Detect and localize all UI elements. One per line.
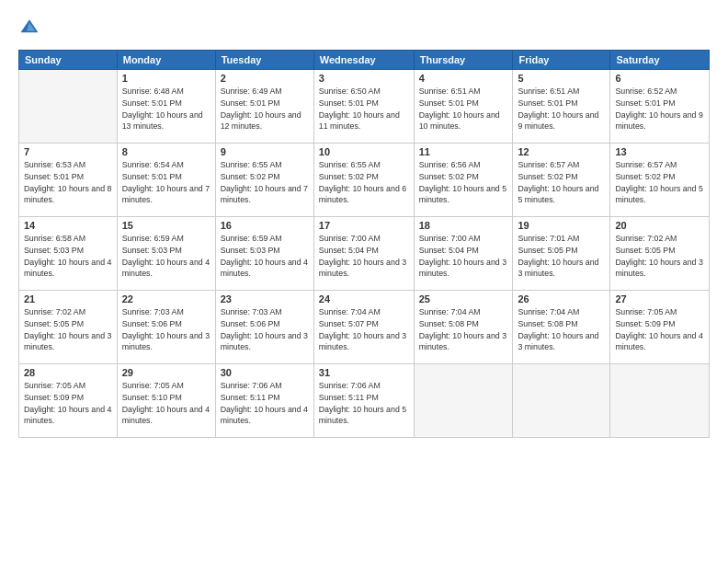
day-number: 15: [122, 220, 210, 231]
calendar-cell: 20 Sunrise: 7:02 AMSunset: 5:05 PMDaylig…: [610, 217, 710, 291]
day-info: Sunrise: 6:48 AMSunset: 5:01 PMDaylight:…: [122, 86, 210, 132]
day-number: 14: [24, 220, 112, 231]
day-info: Sunrise: 6:50 AMSunset: 5:01 PMDaylight:…: [319, 86, 409, 132]
calendar-cell: [414, 364, 513, 438]
day-info: Sunrise: 7:02 AMSunset: 5:05 PMDaylight:…: [24, 306, 112, 353]
calendar-cell: 27 Sunrise: 7:05 AMSunset: 5:09 PMDaylig…: [610, 291, 710, 364]
day-number: 22: [122, 293, 210, 304]
day-number: 4: [419, 73, 508, 84]
week-row-0: 1 Sunrise: 6:48 AMSunset: 5:01 PMDayligh…: [19, 70, 710, 144]
day-info: Sunrise: 7:03 AMSunset: 5:06 PMDaylight:…: [122, 306, 210, 353]
calendar-cell: 4 Sunrise: 6:51 AMSunset: 5:01 PMDayligh…: [414, 70, 513, 144]
day-info: Sunrise: 7:03 AMSunset: 5:06 PMDaylight:…: [221, 306, 309, 353]
day-number: 13: [615, 146, 704, 157]
day-number: 17: [319, 220, 409, 231]
day-info: Sunrise: 7:06 AMSunset: 5:11 PMDaylight:…: [221, 380, 309, 427]
week-row-4: 28 Sunrise: 7:05 AMSunset: 5:09 PMDaylig…: [19, 364, 710, 438]
day-info: Sunrise: 7:05 AMSunset: 5:10 PMDaylight:…: [122, 380, 210, 427]
calendar-cell: [19, 70, 118, 144]
col-header-thursday: Thursday: [414, 51, 513, 70]
day-info: Sunrise: 7:00 AMSunset: 5:04 PMDaylight:…: [319, 233, 409, 280]
day-number: 27: [615, 293, 704, 304]
day-number: 30: [221, 367, 309, 378]
day-info: Sunrise: 6:55 AMSunset: 5:02 PMDaylight:…: [221, 159, 309, 206]
calendar-cell: 31 Sunrise: 7:06 AMSunset: 5:11 PMDaylig…: [313, 364, 414, 438]
day-info: Sunrise: 6:57 AMSunset: 5:02 PMDaylight:…: [615, 159, 704, 206]
calendar-table: SundayMondayTuesdayWednesdayThursdayFrid…: [18, 50, 710, 438]
day-info: Sunrise: 6:53 AMSunset: 5:01 PMDaylight:…: [24, 159, 112, 206]
day-number: 5: [518, 73, 605, 84]
day-info: Sunrise: 6:54 AMSunset: 5:01 PMDaylight:…: [122, 159, 210, 206]
col-header-sunday: Sunday: [19, 51, 118, 70]
day-info: Sunrise: 6:51 AMSunset: 5:01 PMDaylight:…: [518, 86, 605, 132]
day-info: Sunrise: 7:02 AMSunset: 5:05 PMDaylight:…: [615, 233, 704, 280]
calendar-cell: 9 Sunrise: 6:55 AMSunset: 5:02 PMDayligh…: [215, 144, 313, 217]
day-info: Sunrise: 6:56 AMSunset: 5:02 PMDaylight:…: [419, 159, 508, 206]
calendar-cell: 25 Sunrise: 7:04 AMSunset: 5:08 PMDaylig…: [414, 291, 513, 364]
day-info: Sunrise: 7:04 AMSunset: 5:08 PMDaylight:…: [419, 306, 508, 353]
calendar-cell: 23 Sunrise: 7:03 AMSunset: 5:06 PMDaylig…: [215, 291, 313, 364]
day-number: 6: [615, 73, 704, 84]
week-row-3: 21 Sunrise: 7:02 AMSunset: 5:05 PMDaylig…: [19, 291, 710, 364]
day-number: 28: [24, 367, 112, 378]
calendar-cell: 15 Sunrise: 6:59 AMSunset: 5:03 PMDaylig…: [117, 217, 215, 291]
day-info: Sunrise: 6:58 AMSunset: 5:03 PMDaylight:…: [24, 233, 112, 280]
col-header-monday: Monday: [117, 51, 215, 70]
day-number: 31: [319, 367, 409, 378]
col-header-wednesday: Wednesday: [313, 51, 414, 70]
calendar-cell: 1 Sunrise: 6:48 AMSunset: 5:01 PMDayligh…: [117, 70, 215, 144]
day-info: Sunrise: 7:05 AMSunset: 5:09 PMDaylight:…: [24, 380, 112, 427]
week-row-1: 7 Sunrise: 6:53 AMSunset: 5:01 PMDayligh…: [19, 144, 710, 217]
calendar-cell: 8 Sunrise: 6:54 AMSunset: 5:01 PMDayligh…: [117, 144, 215, 217]
day-info: Sunrise: 6:59 AMSunset: 5:03 PMDaylight:…: [221, 233, 309, 280]
calendar-cell: 26 Sunrise: 7:04 AMSunset: 5:08 PMDaylig…: [513, 291, 610, 364]
calendar-cell: 7 Sunrise: 6:53 AMSunset: 5:01 PMDayligh…: [19, 144, 118, 217]
page: SundayMondayTuesdayWednesdayThursdayFrid…: [0, 0, 728, 563]
calendar-cell: 17 Sunrise: 7:00 AMSunset: 5:04 PMDaylig…: [313, 217, 414, 291]
day-info: Sunrise: 7:00 AMSunset: 5:04 PMDaylight:…: [419, 233, 508, 280]
day-number: 1: [122, 73, 210, 84]
day-info: Sunrise: 6:49 AMSunset: 5:01 PMDaylight:…: [221, 86, 309, 132]
day-number: 18: [419, 220, 508, 231]
header: [18, 17, 710, 40]
logo-icon: [19, 17, 40, 37]
calendar-cell: 10 Sunrise: 6:55 AMSunset: 5:02 PMDaylig…: [313, 144, 414, 217]
col-header-tuesday: Tuesday: [215, 51, 313, 70]
calendar-cell: 30 Sunrise: 7:06 AMSunset: 5:11 PMDaylig…: [215, 364, 313, 438]
day-number: 9: [221, 146, 309, 157]
calendar-header-row: SundayMondayTuesdayWednesdayThursdayFrid…: [19, 51, 710, 70]
day-info: Sunrise: 7:01 AMSunset: 5:05 PMDaylight:…: [518, 233, 605, 280]
day-number: 23: [221, 293, 309, 304]
day-number: 3: [319, 73, 409, 84]
day-info: Sunrise: 6:59 AMSunset: 5:03 PMDaylight:…: [122, 233, 210, 280]
day-info: Sunrise: 6:57 AMSunset: 5:02 PMDaylight:…: [518, 159, 605, 206]
day-number: 10: [319, 146, 409, 157]
calendar-cell: 14 Sunrise: 6:58 AMSunset: 5:03 PMDaylig…: [19, 217, 118, 291]
day-info: Sunrise: 7:04 AMSunset: 5:08 PMDaylight:…: [518, 306, 605, 353]
day-number: 29: [122, 367, 210, 378]
calendar-cell: 28 Sunrise: 7:05 AMSunset: 5:09 PMDaylig…: [19, 364, 118, 438]
calendar-cell: 22 Sunrise: 7:03 AMSunset: 5:06 PMDaylig…: [117, 291, 215, 364]
day-number: 24: [319, 293, 409, 304]
calendar-cell: 19 Sunrise: 7:01 AMSunset: 5:05 PMDaylig…: [513, 217, 610, 291]
day-number: 19: [518, 220, 605, 231]
day-number: 8: [122, 146, 210, 157]
day-number: 2: [221, 73, 309, 84]
calendar-cell: 6 Sunrise: 6:52 AMSunset: 5:01 PMDayligh…: [610, 70, 710, 144]
calendar-cell: 2 Sunrise: 6:49 AMSunset: 5:01 PMDayligh…: [215, 70, 313, 144]
calendar-cell: 16 Sunrise: 6:59 AMSunset: 5:03 PMDaylig…: [215, 217, 313, 291]
calendar-cell: 24 Sunrise: 7:04 AMSunset: 5:07 PMDaylig…: [313, 291, 414, 364]
day-info: Sunrise: 7:04 AMSunset: 5:07 PMDaylight:…: [319, 306, 409, 353]
calendar-cell: 11 Sunrise: 6:56 AMSunset: 5:02 PMDaylig…: [414, 144, 513, 217]
day-info: Sunrise: 7:06 AMSunset: 5:11 PMDaylight:…: [319, 380, 409, 427]
calendar-cell: 12 Sunrise: 6:57 AMSunset: 5:02 PMDaylig…: [513, 144, 610, 217]
calendar-body: 1 Sunrise: 6:48 AMSunset: 5:01 PMDayligh…: [19, 70, 710, 438]
calendar-cell: 5 Sunrise: 6:51 AMSunset: 5:01 PMDayligh…: [513, 70, 610, 144]
day-info: Sunrise: 6:51 AMSunset: 5:01 PMDaylight:…: [419, 86, 508, 132]
calendar-cell: 18 Sunrise: 7:00 AMSunset: 5:04 PMDaylig…: [414, 217, 513, 291]
day-info: Sunrise: 7:05 AMSunset: 5:09 PMDaylight:…: [615, 306, 704, 353]
day-number: 7: [24, 146, 112, 157]
day-number: 12: [518, 146, 605, 157]
day-number: 25: [419, 293, 508, 304]
calendar-cell: 29 Sunrise: 7:05 AMSunset: 5:10 PMDaylig…: [117, 364, 215, 438]
